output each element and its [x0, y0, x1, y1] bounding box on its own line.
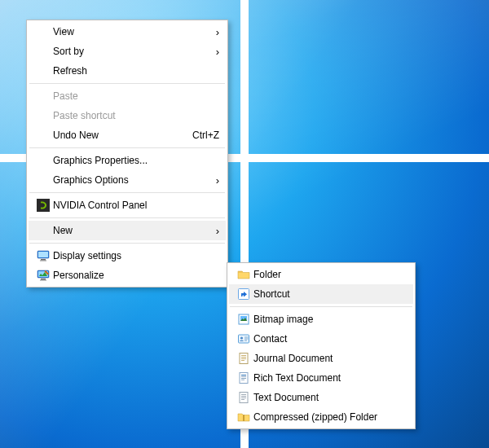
submenu-item-contact[interactable]: Contact — [229, 329, 413, 349]
svg-rect-28 — [241, 394, 246, 395]
desktop-background[interactable]: View › Sort by › Refresh Paste Paste sho… — [0, 0, 489, 448]
menu-label: Sort by — [53, 46, 208, 57]
svg-rect-7 — [41, 279, 46, 280]
svg-rect-24 — [241, 376, 246, 377]
blank-icon — [33, 89, 53, 103]
menu-item-view[interactable]: View › — [29, 22, 226, 42]
blank-icon — [33, 153, 53, 168]
menu-item-refresh[interactable]: Refresh — [29, 61, 226, 81]
nvidia-icon — [33, 198, 53, 213]
svg-rect-29 — [241, 396, 246, 397]
svg-point-13 — [240, 336, 243, 339]
menu-label: Rich Text Document — [253, 372, 407, 384]
menu-label: View — [53, 26, 208, 37]
rich-text-document-icon — [234, 371, 253, 385]
menu-separator — [230, 306, 412, 307]
svg-rect-33 — [243, 415, 244, 416]
menu-label: Folder — [253, 269, 407, 280]
menu-item-paste-shortcut: Paste shortcut — [29, 106, 226, 125]
svg-rect-3 — [41, 259, 46, 261]
submenu-item-rich-text-document[interactable]: Rich Text Document — [229, 368, 413, 388]
menu-label: Shortcut — [253, 288, 407, 300]
menu-label: Graphics Options — [53, 174, 208, 186]
submenu-item-folder[interactable]: Folder — [229, 265, 413, 284]
menu-label: Graphics Properties... — [53, 155, 219, 166]
bitmap-image-icon — [234, 312, 253, 327]
menu-separator — [29, 83, 225, 84]
menu-item-paste: Paste — [29, 86, 226, 106]
blank-icon — [33, 44, 53, 59]
shortcut-icon — [234, 287, 253, 301]
blank-icon — [33, 223, 53, 238]
svg-rect-34 — [243, 417, 244, 418]
menu-separator — [29, 147, 225, 148]
text-document-icon — [234, 390, 253, 405]
chevron-right-icon: › — [208, 27, 219, 37]
menu-label: Paste shortcut — [53, 110, 219, 121]
svg-rect-19 — [241, 357, 246, 358]
chevron-right-icon: › — [208, 175, 219, 186]
chevron-right-icon: › — [208, 226, 219, 236]
svg-rect-2 — [38, 252, 48, 257]
menu-item-sort-by[interactable]: Sort by › — [29, 42, 226, 61]
svg-rect-21 — [241, 360, 244, 361]
svg-rect-18 — [241, 355, 246, 356]
blank-icon — [33, 64, 53, 78]
submenu-item-bitmap-image[interactable]: Bitmap image — [229, 310, 413, 329]
menu-label: Refresh — [53, 65, 219, 77]
menu-item-nvidia-control-panel[interactable]: NVIDIA Control Panel — [29, 195, 226, 215]
menu-label: Display settings — [53, 250, 219, 261]
menu-label: Undo New — [53, 130, 183, 141]
svg-rect-26 — [241, 380, 244, 380]
svg-rect-23 — [241, 375, 246, 376]
submenu-item-shortcut[interactable]: Shortcut — [229, 284, 413, 304]
menu-label: Text Document — [253, 392, 407, 403]
blank-icon — [33, 24, 53, 39]
submenu-item-text-document[interactable]: Text Document — [229, 388, 413, 407]
svg-rect-15 — [244, 339, 249, 340]
contact-icon — [234, 332, 253, 346]
submenu-item-journal-document[interactable]: Journal Document — [229, 349, 413, 368]
menu-label: Paste — [53, 90, 219, 102]
desktop-context-menu: View › Sort by › Refresh Paste Paste sho… — [26, 20, 228, 288]
menu-label: Compressed (zipped) Folder — [253, 411, 407, 423]
svg-rect-20 — [241, 358, 246, 359]
new-submenu: Folder Shortcut Bitmap image — [227, 262, 416, 429]
blank-icon — [33, 108, 53, 123]
menu-label: Bitmap image — [253, 314, 407, 325]
menu-item-new[interactable]: New › — [29, 221, 226, 240]
svg-rect-14 — [244, 337, 249, 338]
menu-separator — [29, 217, 225, 218]
menu-label: New — [53, 225, 208, 236]
svg-rect-30 — [241, 397, 246, 398]
menu-accelerator: Ctrl+Z — [183, 130, 219, 141]
svg-rect-35 — [243, 419, 244, 419]
menu-item-graphics-properties[interactable]: Graphics Properties... — [29, 151, 226, 170]
blank-icon — [33, 173, 53, 187]
menu-label: Journal Document — [253, 353, 407, 364]
monitor-icon — [33, 248, 53, 263]
menu-separator — [29, 192, 225, 193]
submenu-item-compressed-folder[interactable]: Compressed (zipped) Folder — [229, 407, 413, 427]
journal-document-icon — [234, 351, 253, 366]
svg-rect-8 — [40, 280, 46, 281]
menu-label: Personalize — [53, 270, 219, 281]
svg-rect-31 — [241, 399, 244, 400]
chevron-right-icon: › — [208, 46, 219, 57]
svg-rect-36 — [243, 420, 244, 421]
svg-rect-16 — [244, 340, 247, 341]
personalize-icon — [33, 268, 53, 283]
menu-label: NVIDIA Control Panel — [53, 200, 219, 211]
menu-item-undo-new[interactable]: Undo New Ctrl+Z — [29, 125, 226, 145]
svg-rect-0 — [37, 199, 50, 212]
folder-icon — [234, 267, 253, 282]
blank-icon — [33, 128, 53, 143]
svg-rect-4 — [40, 261, 46, 261]
menu-label: Contact — [253, 333, 407, 345]
compressed-folder-icon — [234, 410, 253, 424]
menu-item-display-settings[interactable]: Display settings — [29, 246, 226, 266]
svg-rect-25 — [241, 378, 246, 379]
menu-item-graphics-options[interactable]: Graphics Options › — [29, 170, 226, 190]
menu-item-personalize[interactable]: Personalize — [29, 266, 226, 285]
menu-separator — [29, 243, 225, 244]
